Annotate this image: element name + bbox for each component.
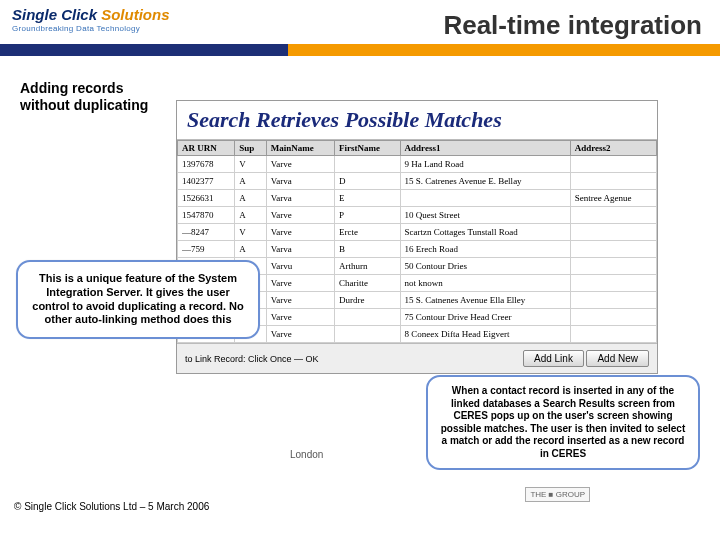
table-row[interactable]: —759AVarvaB16 Erech Road — [178, 241, 657, 258]
table-row[interactable]: 1402377AVarvaD15 S. Catrenes Avenue E. B… — [178, 173, 657, 190]
header-bar: Single Click Solutions Groundbreaking Da… — [0, 0, 720, 56]
section-heading: Adding records without duplicating — [20, 80, 148, 114]
partner-badge: THE ■ GROUP — [525, 487, 590, 502]
col-header: MainName — [266, 141, 334, 156]
col-header: FirstName — [335, 141, 401, 156]
window-title: Search Retrieves Possible Matches — [177, 101, 657, 140]
col-header: Address2 — [570, 141, 656, 156]
callout-popup-fg: When a contact record is inserted in any… — [426, 375, 700, 470]
table-row[interactable]: 1547870AVarveP10 Quest Street — [178, 207, 657, 224]
callout-unique-feature: This is a unique feature of the System I… — [16, 260, 260, 339]
brand-logo: Single Click Solutions Groundbreaking Da… — [12, 6, 170, 33]
col-header: AR URN — [178, 141, 235, 156]
header-stripe — [0, 44, 720, 56]
add-new-button[interactable]: Add New — [586, 350, 649, 367]
table-row[interactable]: 1526631AVarvaESentree Agenue — [178, 190, 657, 207]
footer-hint: to Link Record: Click Once — OK — [185, 354, 319, 364]
table-row[interactable]: 1397678VVarve9 Ha Land Road — [178, 156, 657, 173]
brand-secondary: Solutions — [97, 6, 170, 23]
table-row[interactable]: —8247VVarveErcteScartzn Cottages Tunstal… — [178, 224, 657, 241]
window-footer: to Link Record: Click Once — OK Add Link… — [177, 343, 657, 373]
page-title: Real-time integration — [443, 10, 702, 41]
copyright-footer: © Single Click Solutions Ltd – 5 March 2… — [14, 501, 209, 512]
col-header: Address1 — [400, 141, 570, 156]
add-link-button[interactable]: Add Link — [523, 350, 584, 367]
col-header: Sup — [235, 141, 267, 156]
caption-london: London — [290, 449, 323, 460]
brand-tagline: Groundbreaking Data Technology — [12, 24, 170, 33]
brand-primary: Single Click — [12, 6, 97, 23]
